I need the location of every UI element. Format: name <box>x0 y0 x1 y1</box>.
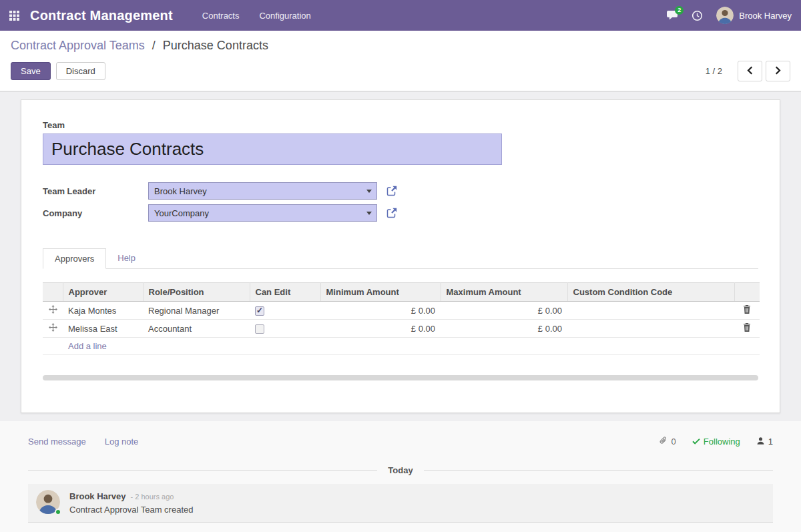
messages-badge: 2 <box>675 6 684 15</box>
divider-line <box>28 470 377 471</box>
user-menu[interactable]: Brook Harvey <box>716 7 792 24</box>
message-timestamp: - 2 hours ago <box>131 493 174 501</box>
team-name-input[interactable] <box>43 134 502 165</box>
can-edit-checkbox[interactable] <box>255 324 264 334</box>
save-button[interactable]: Save <box>11 62 51 80</box>
date-divider-label: Today <box>388 465 413 475</box>
notebook-tabs: Approvers Help <box>43 248 758 269</box>
role-cell[interactable]: Accountant <box>143 320 250 338</box>
table-row: Kaja Montes Regional Manager £ 0.00 £ 0.… <box>43 302 760 320</box>
caret-down-icon <box>366 190 372 193</box>
add-a-line-link[interactable]: Add a line <box>68 341 107 351</box>
delete-row-button[interactable] <box>734 320 760 338</box>
pager: 1 / 2 <box>706 61 790 81</box>
date-divider: Today <box>28 465 773 475</box>
message-body: Contract Approval Team created <box>69 505 193 515</box>
team-leader-select[interactable]: Brook Harvey <box>148 182 377 200</box>
pager-next-button[interactable] <box>766 61 790 81</box>
header-delete <box>734 283 760 302</box>
approver-cell[interactable]: Melissa East <box>63 320 143 338</box>
role-cell[interactable]: Regional Manager <box>143 302 250 320</box>
drag-handle[interactable] <box>43 320 63 338</box>
tab-help[interactable]: Help <box>106 248 147 268</box>
message-content: Brook Harvey - 2 hours ago Contract Appr… <box>69 490 193 515</box>
header-max-amount: Maximum Amount <box>441 283 567 302</box>
form-zone: Team Team Leader Brook Harvey Company Yo… <box>0 91 801 421</box>
min-amount-cell[interactable]: £ 0.00 <box>320 302 441 320</box>
followers-count: 1 <box>768 437 773 447</box>
chevron-right-icon <box>775 66 781 77</box>
menu-configuration[interactable]: Configuration <box>259 11 310 21</box>
drag-handle-icon <box>49 306 57 316</box>
divider-line <box>424 470 773 471</box>
message-item: Brook Harvey - 2 hours ago Contract Appr… <box>28 484 773 523</box>
company-label: Company <box>43 208 148 218</box>
chatter: Send message Log note 0 Following 1 Tod <box>0 421 801 532</box>
delete-row-button[interactable] <box>734 302 760 320</box>
table-row: Melissa East Accountant £ 0.00 £ 0.00 <box>43 320 760 338</box>
breadcrumb-separator: / <box>152 39 156 52</box>
company-select[interactable]: YourCompany <box>148 204 377 222</box>
company-row: Company YourCompany <box>43 204 758 222</box>
followers-button[interactable]: 1 <box>756 437 773 447</box>
tab-approvers[interactable]: Approvers <box>43 248 106 269</box>
chevron-left-icon <box>747 66 753 77</box>
breadcrumb-parent-link[interactable]: Contract Approval Teams <box>11 39 145 52</box>
activity-clock-icon[interactable] <box>692 10 703 21</box>
approvers-table: Approver Role/Position Can Edit Minimum … <box>43 282 760 355</box>
can-edit-checkbox[interactable] <box>255 306 264 316</box>
message-author[interactable]: Brook Harvey <box>69 491 126 501</box>
team-leader-value: Brook Harvey <box>154 186 207 196</box>
main-menu: Contracts Configuration <box>202 11 311 21</box>
team-label: Team <box>43 120 758 130</box>
breadcrumb-current: Purchase Contracts <box>163 39 268 52</box>
check-icon <box>692 437 700 447</box>
company-external-link-icon[interactable] <box>386 208 397 218</box>
app-window: Contract Management Contracts Configurat… <box>0 0 801 532</box>
horizontal-scrollbar[interactable] <box>43 375 758 380</box>
pager-previous-button[interactable] <box>738 61 762 81</box>
control-panel: Contract Approval Teams / Purchase Contr… <box>0 31 801 91</box>
message-avatar <box>36 490 60 514</box>
team-leader-external-link-icon[interactable] <box>386 186 397 196</box>
header-min-amount: Minimum Amount <box>320 283 441 302</box>
attachment-icon <box>659 436 668 447</box>
user-avatar <box>716 7 734 24</box>
apps-grid-icon[interactable] <box>9 11 19 21</box>
following-label: Following <box>704 437 740 447</box>
menu-contracts[interactable]: Contracts <box>202 11 240 21</box>
following-button[interactable]: Following <box>692 437 740 447</box>
header-approver: Approver <box>63 283 143 302</box>
top-navbar: Contract Management Contracts Configurat… <box>0 0 801 31</box>
max-amount-cell[interactable]: £ 0.00 <box>441 302 567 320</box>
custom-code-cell[interactable] <box>567 302 734 320</box>
max-amount-cell[interactable]: £ 0.00 <box>441 320 567 338</box>
drag-handle-icon <box>49 324 57 334</box>
attachments-button[interactable]: 0 <box>659 436 676 447</box>
followers-icon <box>756 437 765 447</box>
header-can-edit: Can Edit <box>250 283 320 302</box>
min-amount-cell[interactable]: £ 0.00 <box>320 320 441 338</box>
team-leader-row: Team Leader Brook Harvey <box>43 182 758 200</box>
add-line-row: Add a line <box>43 338 760 355</box>
log-note-button[interactable]: Log note <box>105 437 139 447</box>
navbar-right: 2 Brook Harvey <box>666 7 792 24</box>
user-name: Brook Harvey <box>739 11 792 21</box>
presence-dot <box>55 509 61 515</box>
trash-icon <box>743 306 751 316</box>
team-leader-label: Team Leader <box>43 186 148 196</box>
can-edit-cell <box>250 302 320 320</box>
chatter-right-tools: 0 Following 1 <box>659 436 773 447</box>
attachment-count: 0 <box>672 437 676 447</box>
approver-cell[interactable]: Kaja Montes <box>63 302 143 320</box>
company-value: YourCompany <box>154 208 209 218</box>
drag-handle[interactable] <box>43 302 63 320</box>
discard-button[interactable]: Discard <box>56 62 105 80</box>
messages-icon[interactable]: 2 <box>666 10 678 21</box>
breadcrumb: Contract Approval Teams / Purchase Contr… <box>11 39 790 53</box>
custom-code-cell[interactable] <box>567 320 734 338</box>
header-drag-handle <box>43 283 63 302</box>
app-title[interactable]: Contract Management <box>30 8 173 23</box>
send-message-button[interactable]: Send message <box>28 437 86 447</box>
can-edit-cell <box>250 320 320 338</box>
